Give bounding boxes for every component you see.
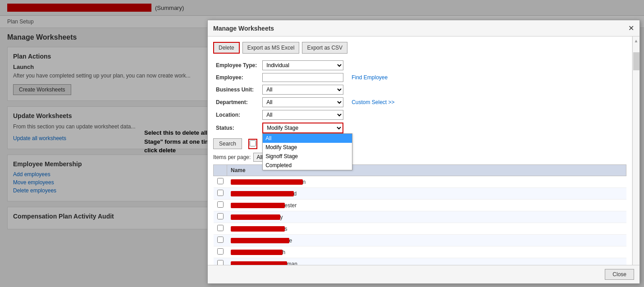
location-label: Location: (213, 109, 260, 121)
filter-form: Employee Type: Individual All Employee: (213, 59, 397, 135)
modal-footer: Close (208, 265, 639, 283)
row-name: d (227, 188, 626, 200)
row-name: y (227, 211, 626, 223)
department-select[interactable]: All (262, 97, 343, 107)
row-name: ester (227, 200, 626, 211)
row-checkbox[interactable] (217, 190, 224, 196)
status-select[interactable]: Modify Stage All Signoff Stage Completed (262, 123, 343, 133)
status-option-all[interactable]: All (263, 134, 352, 143)
select-all-checkbox-wrapper (248, 139, 257, 149)
row-checkbox[interactable] (217, 225, 224, 231)
items-per-page-label: Items per page: (213, 154, 251, 160)
table-row: e (214, 235, 626, 246)
manage-worksheets-modal: Manage Worksheets ✕ Delete Export as MS … (207, 20, 640, 284)
modal-header: Manage Worksheets ✕ (208, 20, 639, 36)
row-checkbox[interactable] (217, 178, 224, 184)
table-row: s (214, 223, 626, 235)
find-employee-link[interactable]: Find Employee (352, 74, 388, 81)
row-name: h (227, 246, 626, 258)
employee-type-select[interactable]: Individual All (262, 60, 343, 70)
employee-input[interactable] (262, 73, 343, 82)
business-unit-select[interactable]: All (262, 85, 343, 95)
modal-left-content: Delete Export as MS Excel Export as CSV … (208, 36, 632, 283)
row-checkbox[interactable] (217, 248, 224, 255)
status-option-modify[interactable]: Modify Stage (263, 143, 352, 152)
table-row: ester (214, 200, 626, 211)
name-redacted (231, 179, 303, 185)
row-name: n (227, 176, 626, 188)
modal-title: Manage Worksheets (213, 25, 274, 32)
name-redacted (231, 203, 285, 208)
employee-label: Employee: (213, 72, 260, 83)
delete-button[interactable]: Delete (213, 42, 240, 54)
status-dropdown-list[interactable]: All Modify Stage Signoff Stage Completed (262, 133, 352, 170)
custom-select-link[interactable]: Custom Select >> (352, 99, 394, 105)
close-button[interactable]: Close (605, 269, 634, 280)
row-name: s (227, 223, 626, 235)
search-button[interactable]: Search (213, 138, 242, 149)
table-row: y (214, 211, 626, 223)
name-redacted (231, 226, 285, 232)
select-all-checkbox[interactable] (250, 140, 256, 146)
table-row: n (214, 176, 626, 188)
employee-type-label: Employee Type: (213, 59, 260, 72)
status-select-wrapper: Modify Stage All Signoff Stage Completed… (262, 123, 343, 133)
modal-close-button[interactable]: ✕ (628, 24, 634, 32)
name-redacted (231, 238, 289, 243)
name-redacted (231, 191, 294, 196)
location-select[interactable]: All (262, 110, 343, 120)
status-option-signoff[interactable]: Signoff Stage (263, 152, 352, 161)
modal-body: Delete Export as MS Excel Export as CSV … (208, 36, 639, 283)
row-checkbox[interactable] (217, 213, 224, 219)
row-checkbox[interactable] (217, 237, 224, 243)
modal-scrollbar[interactable]: ▲ ▼ (632, 36, 639, 283)
business-unit-label: Business Unit: (213, 83, 260, 96)
row-checkbox[interactable] (217, 201, 224, 208)
export-csv-button[interactable]: Export as CSV (302, 42, 347, 54)
scrollbar-thumb[interactable] (633, 52, 639, 70)
department-label: Department: (213, 96, 260, 109)
checkbox-col-header (214, 165, 227, 176)
status-label: Status: (213, 121, 260, 135)
status-option-completed[interactable]: Completed (263, 161, 352, 170)
name-redacted (231, 250, 283, 255)
modal-toolbar: Delete Export as MS Excel Export as CSV (213, 42, 626, 54)
row-name: e (227, 235, 626, 246)
name-redacted (231, 214, 280, 220)
export-excel-button[interactable]: Export as MS Excel (242, 42, 300, 54)
table-row: h (214, 246, 626, 258)
table-row: d (214, 188, 626, 200)
